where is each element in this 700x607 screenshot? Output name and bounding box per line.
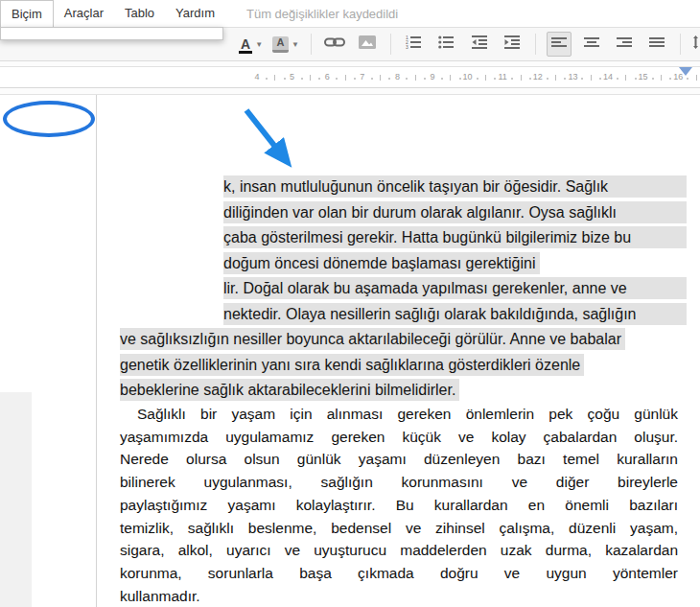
highlight-color-button[interactable]: A▼ bbox=[271, 32, 300, 57]
ruler-tick bbox=[345, 75, 346, 81]
ruler-tick bbox=[485, 75, 486, 81]
image-icon bbox=[359, 35, 376, 53]
svg-text:3: 3 bbox=[406, 44, 408, 50]
numbered-list-icon: 123 bbox=[406, 35, 422, 54]
bulleted-list-button[interactable] bbox=[434, 32, 459, 57]
ruler-tick bbox=[669, 78, 671, 80]
selected-text-line[interactable]: çaba gösterilmesi gerekir. Hatta bugünkü… bbox=[223, 226, 687, 248]
ruler-tick bbox=[266, 78, 268, 80]
ruler-tick bbox=[555, 75, 556, 81]
selected-text-line[interactable]: k, insan mutluluğunun öncelik taşıyan bi… bbox=[223, 175, 687, 198]
highlight-color-icon: A bbox=[272, 36, 289, 53]
ruler-tick bbox=[581, 78, 583, 80]
ruler-tick bbox=[380, 75, 381, 81]
ruler-tick bbox=[336, 78, 338, 80]
ruler-tick bbox=[424, 78, 426, 80]
selected-text-line[interactable]: diliğinden var olan bir durum olarak alg… bbox=[223, 201, 687, 223]
ruler-tick bbox=[301, 78, 303, 80]
ruler-tick bbox=[591, 75, 592, 81]
google-docs-window: BiçimAraçlarTabloYardım Tüm değişiklikle… bbox=[0, 0, 700, 607]
ruler-tick bbox=[477, 78, 478, 80]
text-line[interactable]: kullanmadır. bbox=[120, 586, 678, 607]
ruler-tick bbox=[521, 75, 522, 81]
align-center-button[interactable] bbox=[579, 32, 604, 57]
align-right-icon bbox=[617, 35, 632, 53]
selected-text-line[interactable]: lir. Doğal olarak bu aşamada yapılması g… bbox=[223, 277, 687, 299]
ruler-tick bbox=[635, 78, 637, 80]
ruler-number: 14 bbox=[603, 72, 613, 82]
ruler-tick bbox=[284, 78, 286, 80]
decrease-indent-icon bbox=[472, 35, 487, 53]
selected-text-line[interactable]: bebeklerine sağlık aktarabileceklerini b… bbox=[120, 379, 459, 401]
menu-yardım[interactable]: Yardım bbox=[165, 0, 225, 27]
ruler-number: 8 bbox=[395, 72, 400, 82]
ruler-number: 4 bbox=[254, 72, 259, 82]
menu-biçim[interactable]: Biçim bbox=[0, 0, 54, 27]
increase-indent-button[interactable] bbox=[500, 32, 525, 57]
selected-text-line[interactable]: nektedir. Olaya nesillerin sağlığı olara… bbox=[223, 303, 687, 325]
text-color-button[interactable]: A▼ bbox=[238, 32, 264, 57]
decrease-indent-button[interactable] bbox=[467, 32, 492, 57]
insert-image-button[interactable] bbox=[355, 32, 380, 57]
ruler-number: 9 bbox=[430, 72, 434, 82]
ruler-tick bbox=[564, 78, 566, 80]
align-justify-button[interactable] bbox=[644, 32, 669, 57]
ruler-number: 5 bbox=[290, 72, 294, 82]
ruler-tick bbox=[450, 75, 451, 81]
ruler-tick bbox=[388, 78, 390, 80]
ruler-number: 15 bbox=[639, 72, 648, 82]
ruler-number: 10 bbox=[463, 72, 473, 82]
ruler-tick bbox=[354, 78, 356, 80]
bulleted-list-icon bbox=[438, 35, 455, 54]
ruler-number: 7 bbox=[360, 72, 364, 82]
ruler-tick bbox=[274, 75, 275, 81]
selected-text-line[interactable]: genetik özelliklerinin yanı sıra kendi s… bbox=[120, 354, 584, 376]
toolbar-line-spacing-icon bbox=[692, 35, 700, 54]
save-status: Tüm değişiklikler kaydedildi bbox=[246, 7, 398, 21]
ruler-tick bbox=[371, 78, 373, 80]
menu-araçlar[interactable]: Araçlar bbox=[54, 0, 114, 27]
ruler-tick bbox=[599, 78, 601, 80]
align-left-button[interactable] bbox=[547, 32, 572, 57]
ruler-tick bbox=[459, 78, 461, 80]
dropdown-caret-icon: ▼ bbox=[255, 40, 263, 49]
ruler-number: 12 bbox=[533, 72, 543, 82]
ruler-tick bbox=[529, 78, 531, 80]
ruler-tick bbox=[696, 75, 697, 81]
ruler-tick bbox=[318, 78, 320, 80]
ruler-tick bbox=[687, 78, 688, 80]
menu-tablo[interactable]: Tablo bbox=[114, 0, 165, 27]
ruler-tick bbox=[547, 78, 548, 80]
ruler: 45678910111213141516 bbox=[0, 61, 700, 95]
selected-text-line[interactable]: doğum öncesi dönemde başlaması gerektiği… bbox=[223, 252, 540, 274]
numbered-list-button[interactable]: 123 bbox=[402, 32, 427, 57]
ruler-tick bbox=[494, 78, 496, 80]
ruler-tick bbox=[652, 78, 654, 80]
ruler-number: 13 bbox=[568, 72, 577, 82]
selected-text-line[interactable]: ve sağlıksızlığın nesiller boyunca aktar… bbox=[120, 328, 625, 350]
toolbar-separator bbox=[680, 34, 681, 55]
menu-bar: BiçimAraçlarTabloYardım Tüm değişiklikle… bbox=[0, 0, 700, 27]
align-left-icon bbox=[551, 35, 567, 53]
align-right-button[interactable] bbox=[612, 32, 637, 57]
ruler-tick bbox=[511, 78, 513, 80]
insert-link-button[interactable] bbox=[322, 32, 347, 57]
ruler-tick bbox=[406, 78, 408, 80]
ruler-number: 11 bbox=[499, 72, 507, 82]
line-spacing-button[interactable]: ▼ bbox=[691, 32, 700, 57]
align-justify-icon bbox=[649, 35, 665, 53]
toolbar-separator bbox=[390, 34, 391, 55]
increase-indent-icon bbox=[504, 35, 520, 53]
toolbar-separator bbox=[535, 34, 536, 55]
document-canvas[interactable]: k, insan mutluluğunun öncelik taşıyan bi… bbox=[0, 95, 700, 607]
ruler-strip: 45678910111213141516 bbox=[0, 66, 700, 88]
toolbar-separator bbox=[311, 34, 312, 55]
canvas-left-gutter bbox=[0, 392, 32, 607]
right-indent-marker-icon[interactable] bbox=[679, 67, 692, 76]
ruler-tick bbox=[661, 75, 662, 81]
dropdown-caret-icon: ▼ bbox=[292, 40, 299, 49]
align-center-icon bbox=[584, 35, 599, 53]
format-menu-dropdown bbox=[0, 27, 223, 40]
ruler-tick bbox=[625, 75, 626, 81]
page-left-border bbox=[96, 95, 97, 607]
